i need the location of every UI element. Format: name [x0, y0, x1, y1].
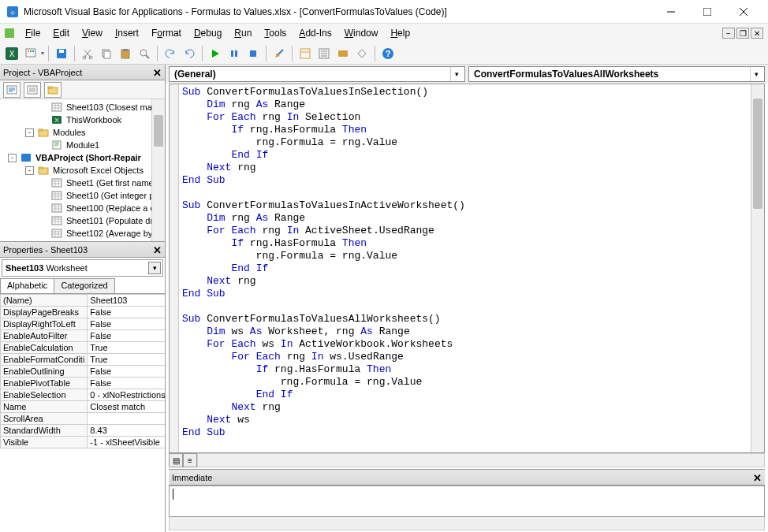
immediate-panel-close-button[interactable]: ✕	[751, 471, 763, 484]
mdi-close-button[interactable]: ✕	[751, 28, 763, 39]
menu-addins[interactable]: Add-Ins	[293, 25, 337, 41]
tree-item[interactable]: Sheet102 (Average by	[2, 227, 163, 240]
code-object-dropdown[interactable]: (General) ▾	[169, 66, 465, 82]
property-value[interactable]	[88, 413, 165, 425]
property-row[interactable]: EnableAutoFilterFalse	[1, 330, 166, 342]
property-row[interactable]: EnableOutliningFalse	[1, 366, 166, 378]
tree-item[interactable]: XThisWorkbook	[2, 113, 163, 126]
menu-debug[interactable]: Debug	[188, 25, 228, 41]
property-row[interactable]: EnableCalculationTrue	[1, 342, 166, 354]
property-value[interactable]: 8.43	[88, 425, 165, 437]
close-button[interactable]	[725, 0, 762, 24]
tree-item[interactable]: Sheet103 (Closest mat	[2, 101, 163, 113]
project-explorer-icon[interactable]	[296, 45, 314, 62]
menu-insert[interactable]: Insert	[109, 25, 145, 41]
expand-toggle[interactable]: -	[25, 166, 34, 175]
run-icon[interactable]	[207, 45, 224, 62]
copy-icon[interactable]	[98, 45, 115, 62]
property-value[interactable]: False	[88, 307, 165, 318]
property-row[interactable]: NameClosest match	[1, 401, 166, 413]
minimize-button[interactable]	[653, 0, 689, 24]
properties-tab-alphabetic[interactable]: Alphabetic	[0, 278, 54, 293]
property-row[interactable]: DisplayRightToLeftFalse	[1, 318, 166, 330]
properties-tab-categorized[interactable]: Categorized	[54, 278, 114, 293]
svg-rect-42	[39, 129, 43, 131]
svg-rect-35	[29, 87, 35, 92]
insert-userform-icon[interactable]	[22, 45, 39, 62]
excel-icon[interactable]: X	[3, 45, 21, 62]
save-icon[interactable]	[53, 45, 70, 62]
property-value[interactable]: 0 - xlNoRestrictions	[88, 389, 165, 401]
property-value[interactable]: Closest match	[88, 401, 165, 413]
property-value[interactable]: True	[88, 354, 165, 366]
property-value[interactable]: -1 - xlSheetVisible	[88, 437, 165, 448]
code-procedure-dropdown[interactable]: ConvertFormulasToValuesAllWorksheets ▾	[468, 66, 765, 82]
property-row[interactable]: Visible-1 - xlSheetVisible	[1, 437, 166, 448]
undo-icon[interactable]	[162, 45, 179, 62]
property-value[interactable]: False	[88, 330, 165, 342]
menu-tools[interactable]: Tools	[258, 25, 293, 41]
property-value[interactable]: Sheet103	[88, 295, 165, 307]
code-vertical-scrollbar[interactable]	[751, 84, 764, 452]
cut-icon[interactable]	[79, 45, 96, 62]
titlebar: ⟐ Microsoft Visual Basic for Application…	[0, 0, 768, 24]
menu-format[interactable]: Format	[145, 25, 188, 41]
properties-panel-close-button[interactable]: ✕	[151, 244, 163, 256]
tree-item[interactable]: -Modules	[2, 126, 163, 139]
tree-item[interactable]: -Microsoft Excel Objects	[2, 164, 163, 177]
immediate-horizontal-scrollbar[interactable]	[169, 517, 765, 530]
properties-object-selector[interactable]: Sheet103 Worksheet ▾	[2, 259, 163, 277]
tree-item[interactable]: Sheet101 (Populate dr	[2, 214, 163, 227]
mdi-restore-button[interactable]: ❐	[736, 28, 749, 39]
project-panel-close-button[interactable]: ✕	[151, 66, 163, 79]
immediate-input[interactable]	[169, 485, 765, 517]
tree-item[interactable]: Sheet1 (Get first name	[2, 177, 163, 189]
properties-grid[interactable]: (Name)Sheet103DisplayPageBreaksFalseDisp…	[0, 294, 165, 532]
tree-item[interactable]: Sheet100 (Replace a c	[2, 202, 163, 214]
maximize-button[interactable]	[689, 0, 725, 24]
menu-run[interactable]: Run	[228, 25, 258, 41]
property-row[interactable]: EnableSelection0 - xlNoRestrictions	[1, 389, 166, 401]
menu-view[interactable]: View	[76, 25, 109, 41]
property-row[interactable]: EnablePivotTableFalse	[1, 378, 166, 389]
tree-item[interactable]: Module1	[2, 139, 163, 151]
tree-item[interactable]: Sheet10 (Get integer p	[2, 189, 163, 202]
find-icon[interactable]	[136, 45, 153, 62]
project-tree[interactable]: Sheet103 (Closest matXThisWorkbook-Modul…	[0, 99, 165, 241]
menu-help[interactable]: Help	[384, 25, 416, 41]
property-value[interactable]: False	[88, 366, 165, 378]
property-row[interactable]: DisplayPageBreaksFalse	[1, 307, 166, 318]
project-tree-scrollbar[interactable]	[151, 99, 165, 241]
property-row[interactable]: StandardWidth8.43	[1, 425, 166, 437]
code-editor[interactable]: Sub ConvertFormulasToValuesInSelection()…	[169, 84, 765, 453]
property-row[interactable]: ScrollArea	[1, 413, 166, 425]
property-value[interactable]: False	[88, 318, 165, 330]
toolbox-icon[interactable]	[353, 45, 371, 62]
menubar: File Edit View Insert Format Debug Run T…	[0, 24, 768, 43]
toggle-folders-button[interactable]	[44, 82, 62, 98]
menu-window[interactable]: Window	[338, 25, 385, 41]
menu-edit[interactable]: Edit	[47, 25, 76, 41]
property-row[interactable]: (Name)Sheet103	[1, 295, 166, 307]
object-browser-icon[interactable]	[334, 45, 352, 62]
view-code-button[interactable]	[3, 82, 21, 98]
break-icon[interactable]	[226, 45, 243, 62]
tree-item[interactable]: -VBAProject (Short-Repair	[2, 151, 163, 164]
paste-icon[interactable]	[117, 45, 134, 62]
view-object-button[interactable]	[24, 82, 41, 98]
code-horizontal-scrollbar[interactable]	[197, 453, 765, 467]
mdi-minimize-button[interactable]: −	[722, 28, 735, 39]
redo-icon[interactable]	[181, 45, 198, 62]
help-icon[interactable]: ?	[379, 45, 397, 62]
menu-file[interactable]: File	[19, 25, 47, 41]
expand-toggle[interactable]: -	[8, 154, 17, 162]
reset-icon[interactable]	[244, 45, 262, 62]
procedure-view-button[interactable]: ▤	[169, 453, 183, 467]
properties-window-icon[interactable]	[315, 45, 333, 62]
property-value[interactable]: True	[88, 342, 165, 354]
property-row[interactable]: EnableFormatConditiTrue	[1, 354, 166, 366]
design-mode-icon[interactable]	[270, 45, 288, 62]
full-module-view-button[interactable]: ≡	[183, 453, 197, 467]
property-value[interactable]: False	[88, 378, 165, 389]
expand-toggle[interactable]: -	[25, 128, 34, 137]
